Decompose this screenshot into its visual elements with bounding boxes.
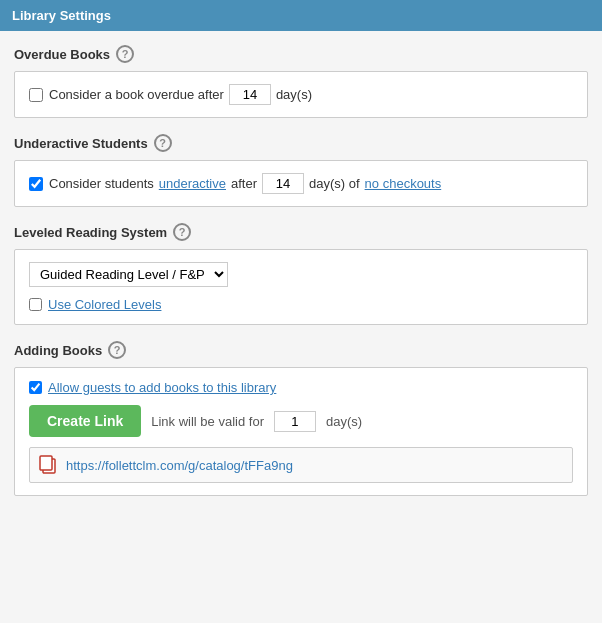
reading-level-select-row: Guided Reading Level / F&P Lexile DRA Re… (29, 262, 573, 287)
page-title: Library Settings (12, 8, 111, 23)
leveled-reading-box: Guided Reading Level / F&P Lexile DRA Re… (14, 249, 588, 325)
underactive-students-row: Consider students underactive after day(… (29, 173, 573, 194)
svg-rect-1 (40, 456, 52, 470)
create-link-button[interactable]: Create Link (29, 405, 141, 437)
adding-books-title: Adding Books ? (14, 341, 588, 359)
underactive-days-input[interactable] (262, 173, 304, 194)
overdue-books-help-icon[interactable]: ? (116, 45, 134, 63)
valid-for-text: Link will be valid for (151, 414, 264, 429)
overdue-books-row: Consider a book overdue after day(s) (29, 84, 573, 105)
copy-icon[interactable] (38, 454, 58, 476)
use-colored-levels-row: Use Colored Levels (29, 297, 573, 312)
use-colored-levels-label[interactable]: Use Colored Levels (48, 297, 161, 312)
leveled-reading-title: Leveled Reading System ? (14, 223, 588, 241)
valid-for-input[interactable] (274, 411, 316, 432)
use-colored-levels-checkbox[interactable] (29, 298, 42, 311)
adding-books-help-icon[interactable]: ? (108, 341, 126, 359)
overdue-books-title: Overdue Books ? (14, 45, 588, 63)
page-header: Library Settings (0, 0, 602, 31)
overdue-days-input[interactable] (229, 84, 271, 105)
overdue-books-box: Consider a book overdue after day(s) (14, 71, 588, 118)
underactive-students-label[interactable]: Consider students underactive after day(… (49, 173, 441, 194)
underactive-students-checkbox[interactable] (29, 177, 43, 191)
underactive-students-help-icon[interactable]: ? (154, 134, 172, 152)
allow-guests-row: Allow guests to add books to this librar… (29, 380, 573, 395)
adding-books-box: Allow guests to add books to this librar… (14, 367, 588, 496)
library-url[interactable]: https://follettclm.com/g/catalog/tFFa9ng (66, 458, 293, 473)
leveled-reading-help-icon[interactable]: ? (173, 223, 191, 241)
overdue-books-checkbox[interactable] (29, 88, 43, 102)
reading-level-select[interactable]: Guided Reading Level / F&P Lexile DRA Re… (29, 262, 228, 287)
allow-guests-checkbox[interactable] (29, 381, 42, 394)
create-link-row: Create Link Link will be valid for day(s… (29, 405, 573, 437)
url-row: https://follettclm.com/g/catalog/tFFa9ng (29, 447, 573, 483)
overdue-books-label[interactable]: Consider a book overdue after day(s) (49, 84, 312, 105)
underactive-students-box: Consider students underactive after day(… (14, 160, 588, 207)
valid-for-days: day(s) (326, 414, 362, 429)
underactive-students-title: Underactive Students ? (14, 134, 588, 152)
allow-guests-label[interactable]: Allow guests to add books to this librar… (48, 380, 276, 395)
main-content: Overdue Books ? Consider a book overdue … (0, 31, 602, 526)
